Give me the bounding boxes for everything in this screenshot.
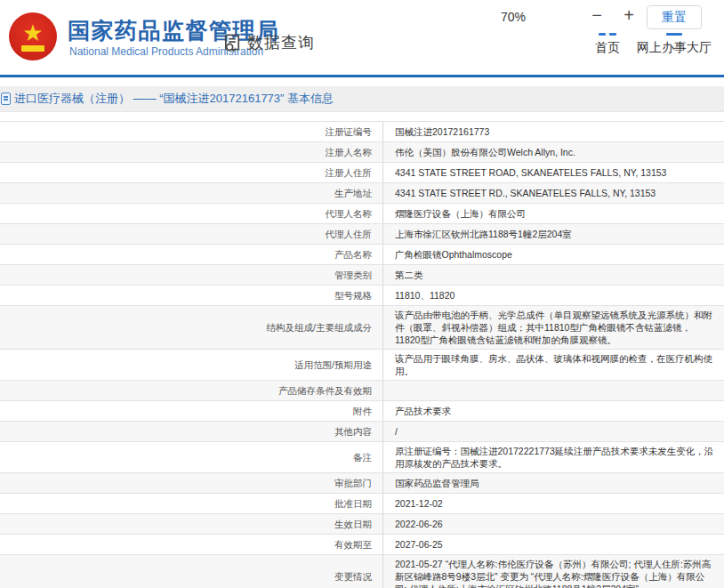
row-value: 4341 STATE STREET RD., SKANEATELES FALLS… [382,183,724,203]
table-row: 代理人住所上海市徐汇区钦州北路1188号1幢2层204室 [0,224,724,245]
row-label: 产品名称 [0,245,382,264]
table-row: 注册人名称伟伦（美国）股份有限公司Welch Allyn, Inc. [0,142,724,163]
header-divider [0,75,724,77]
service-hall-icon [630,32,719,36]
table-row: 有效期至2027-06-25 [0,535,724,555]
document-icon [1,93,11,105]
row-value: 伟伦（美国）股份有限公司Welch Allyn, Inc. [382,142,724,162]
row-value: 该产品用于眼球角膜、房水、晶状体、玻璃体和视网膜的检查，在医疗机构使用。 [382,350,724,380]
nav-home[interactable]: 首页 [587,32,628,56]
table-row: 生产地址4341 STATE STREET RD., SKANEATELES F… [0,183,724,204]
row-value: 2021-12-02 [382,494,724,513]
row-value: 4341 STATE STREET ROAD, SKANEATELES FALL… [382,163,724,182]
row-label: 代理人住所 [0,224,382,244]
row-label: 型号规格 [0,286,382,305]
row-value: 熠隆医疗设备（上海）有限公司 [382,204,724,223]
row-label: 附件 [0,401,382,421]
table-row: 注册人住所4341 STATE STREET ROAD, SKANEATELES… [0,163,724,183]
nav-service-hall[interactable]: 网上办事大厅 [630,32,719,56]
table-row: 产品储存条件及有效期 [0,381,724,401]
document-search-icon [222,33,243,53]
header: ★ 国家药品监督管理局 National Medical Products Ad… [0,0,724,75]
table-row: 代理人名称熠隆医疗设备（上海）有限公司 [0,204,724,224]
data-query-label: 数据查询 [247,32,315,53]
breadcrumb: 进口医疗器械（注册） —— “国械注进20172161773” 基本信息 [0,86,724,112]
row-value: 原注册证编号：国械注进20172221773延续注册产品技术要求未发生变化，沿用… [382,442,724,472]
table-row: 审批部门国家药品监督管理局 [0,473,724,494]
table-row: 批准日期2021-12-02 [0,494,724,514]
row-value: 国家药品监督管理局 [382,473,724,493]
zoom-in-button[interactable]: + [617,4,640,27]
home-icon [587,32,628,36]
table-row: 附件产品技术要求 [0,401,724,422]
row-label: 有效期至 [0,535,382,554]
row-value: 国械注进20172161773 [382,122,724,141]
table-row: 产品名称广角检眼镜Ophthalmoscope [0,245,724,265]
table-row: 变更情况2021-05-27 “代理人名称:伟伦医疗设备（苏州）有限公司; 代理… [0,555,724,588]
row-value: 2022-06-26 [382,514,724,534]
row-label: 其他内容 [0,422,382,441]
row-value: 2021-05-27 “代理人名称:伟伦医疗设备（苏州）有限公司; 代理人住所:… [382,555,724,588]
data-query-section: 数据查询 [222,32,315,53]
zoom-level: 70% [501,10,526,24]
row-label: 生产地址 [0,183,382,203]
row-value [382,381,724,400]
table-row: 其他内容/ [0,422,724,442]
page: ★ 国家药品监督管理局 National Medical Products Ad… [0,0,724,588]
table-row: 型号规格11810、11820 [0,286,724,306]
row-label: 审批部门 [0,473,382,493]
row-value: 2027-06-25 [382,535,724,554]
row-value: 广角检眼镜Ophthalmoscope [382,245,724,264]
info-table: 注册证编号国械注进20172161773注册人名称伟伦（美国）股份有限公司Wel… [0,121,724,588]
row-value: / [382,422,724,441]
row-label: 生效日期 [0,514,382,534]
row-label: 备注 [0,442,382,472]
reset-button[interactable]: 重置 [647,5,702,29]
nav-home-label: 首页 [595,40,620,54]
table-row: 适用范围/预期用途该产品用于眼球角膜、房水、晶状体、玻璃体和视网膜的检查，在医疗… [0,350,724,381]
row-label: 变更情况 [0,555,382,588]
row-value: 第二类 [382,265,724,285]
table-row: 管理类别第二类 [0,265,724,286]
row-label: 批准日期 [0,494,382,513]
row-label: 适用范围/预期用途 [0,350,382,380]
row-label: 代理人名称 [0,204,382,223]
national-emblem-icon: ★ [9,12,57,60]
row-label: 注册人住所 [0,163,382,182]
row-label: 注册人名称 [0,142,382,162]
row-label: 管理类别 [0,265,382,285]
row-label: 产品储存条件及有效期 [0,381,382,400]
table-row: 结构及组成/主要组成成分该产品由带电池的手柄、光学总成件（单目观察望远镜系统及光… [0,306,724,350]
table-row: 备注原注册证编号：国械注进20172221773延续注册产品技术要求未发生变化，… [0,442,724,473]
nav-service-hall-label: 网上办事大厅 [637,40,712,54]
row-label: 注册证编号 [0,122,382,141]
row-label: 结构及组成/主要组成成分 [0,306,382,349]
table-row: 注册证编号国械注进20172161773 [0,122,724,142]
zoom-out-button[interactable]: − [585,4,608,27]
breadcrumb-text: 进口医疗器械（注册） —— “国械注进20172161773” 基本信息 [14,91,334,107]
table-row: 生效日期2022-06-26 [0,514,724,535]
row-value: 该产品由带电池的手柄、光学总成件（单目观察望远镜系统及光源系统）和附件（眼罩、斜… [382,306,724,349]
row-value: 11810、11820 [382,286,724,305]
row-value: 产品技术要求 [382,401,724,421]
row-value: 上海市徐汇区钦州北路1188号1幢2层204室 [382,224,724,244]
